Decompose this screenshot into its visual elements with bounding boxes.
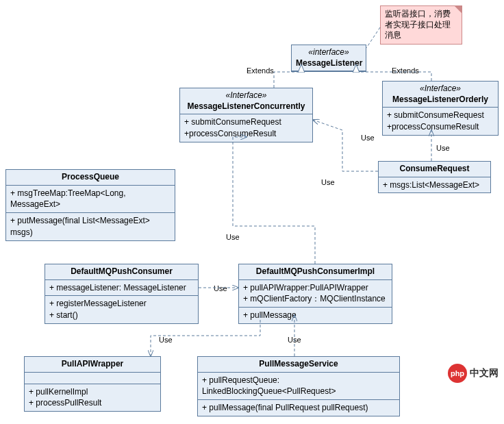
label-extends: Extends: [245, 66, 275, 75]
class-messagelistener: «interface» MessageListener: [291, 45, 366, 72]
class-pullmessageservice: PullMessageService + pullRequestQueue: L…: [197, 356, 400, 416]
op: + pullKernelImpl: [29, 386, 156, 398]
label-use: Use: [360, 134, 376, 142]
label-use: Use: [286, 336, 303, 344]
class-mlo: «Interface» MessageListenerOrderly + sub…: [382, 81, 499, 136]
class-name: PullMessageService: [259, 359, 338, 369]
attr: + pullAPIWrapper:PullAPIWrapper: [243, 282, 388, 294]
label-use: Use: [158, 336, 174, 344]
attr: + msgs:List<MessageExt>: [383, 179, 486, 191]
logo: php 中文网: [448, 364, 499, 383]
class-pullapiwrapper: PullAPIWrapper + pullKernelImpl + proces…: [24, 356, 161, 412]
class-pushconsumer: DefaultMQPushConsumer + messageListener:…: [45, 264, 199, 324]
label-use: Use: [320, 178, 336, 186]
label-use: Use: [212, 284, 229, 292]
op: + pullMessage: [243, 310, 388, 321]
class-name: ProcessQueue: [62, 172, 119, 182]
class-mlc: «Interface» MessageListenerConcurrently …: [179, 88, 313, 142]
op: + submitConsumeRequest: [184, 116, 308, 128]
logo-text: 中文网: [470, 367, 499, 379]
attr: + msgTreeMap:TreeMap<Long, MessageExt>: [10, 188, 171, 211]
class-name: DefaultMQPushConsumerImpl: [256, 266, 375, 276]
note: 监听器接口，消费者实现子接口处理消息: [380, 5, 462, 45]
op: + registerMessageListener: [49, 298, 194, 310]
class-name: PullAPIWrapper: [62, 359, 123, 369]
op: +processConsumeResult: [387, 121, 494, 133]
op: + putMessage(final List<MessageExt> msgs…: [10, 215, 171, 238]
attr: + pullRequestQueue: LinkedBlockingQueue<…: [202, 375, 395, 398]
label-use: Use: [435, 144, 451, 152]
op: + processPullResult: [29, 397, 156, 409]
stereotype: «Interface»: [184, 90, 308, 101]
class-pushconsumerimpl: DefaultMQPushConsumerImpl + pullAPIWrapp…: [238, 264, 392, 324]
attr: + mQClientFactory：MQClientInstance: [243, 293, 388, 305]
stereotype: «interface»: [296, 47, 362, 58]
class-name: MessageListenerOrderly: [392, 95, 488, 104]
class-name: ConsumeRequest: [399, 164, 469, 173]
class-name: MessageListenerConcurrently: [187, 101, 305, 111]
label-extends: Extends: [390, 66, 420, 75]
op: + start(): [49, 310, 194, 321]
logo-badge: php: [448, 364, 467, 383]
class-processqueue: ProcessQueue + msgTreeMap:TreeMap<Long, …: [5, 169, 175, 241]
stereotype: «Interface»: [387, 84, 494, 95]
op: +processConsumeResult: [184, 128, 308, 140]
class-consumerequest: ConsumeRequest + msgs:List<MessageExt>: [378, 161, 491, 193]
label-use: Use: [225, 233, 241, 241]
attr: + messageListener: MessageListener: [49, 282, 194, 294]
note-text: 监听器接口，消费者实现子接口处理消息: [385, 9, 451, 40]
op: + pullMessage(final PullRequest pullRequ…: [202, 402, 395, 414]
op: + submitConsumeRequest: [387, 110, 494, 121]
class-name: MessageListener: [296, 58, 362, 68]
class-name: DefaultMQPushConsumer: [71, 266, 173, 276]
